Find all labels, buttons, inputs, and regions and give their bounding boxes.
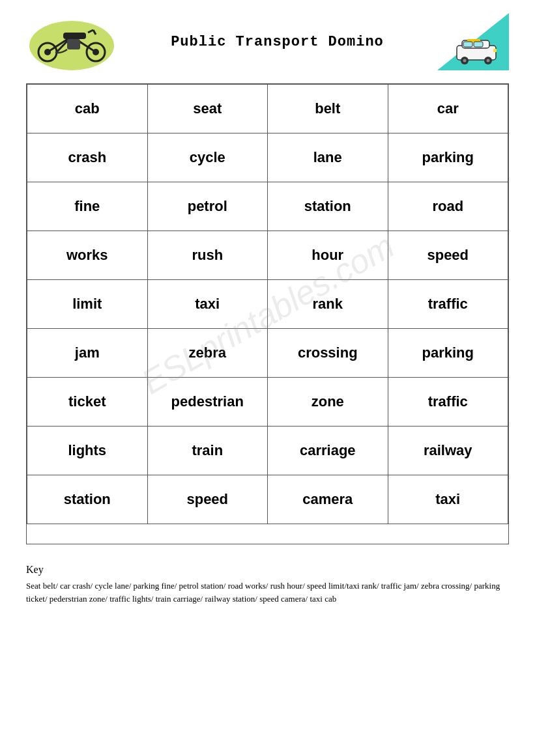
motorcycle-image [26,13,117,70]
domino-table-container: ESLprintables.com cabseatbeltcarcrashcyc… [26,83,509,544]
table-cell: pedestrian [147,378,268,427]
table-cell: carriage [268,427,388,475]
table-row: lightstraincarriagerailway [27,427,508,475]
table-row: crashcyclelaneparking [27,133,508,182]
page-title: Public Transport Domino [117,34,437,50]
table-cell: lights [27,427,148,475]
domino-table: cabseatbeltcarcrashcyclelaneparkingfinep… [27,84,508,524]
table-cell: cycle [147,133,268,182]
table-cell: traffic [388,378,508,427]
table-row: stationspeedcamerataxi [27,475,508,524]
table-cell: speed [147,475,268,524]
table-cell: rank [268,280,388,329]
table-cell: taxi [388,475,508,524]
table-cell: cab [27,85,148,133]
svg-rect-9 [63,33,86,39]
table-cell: camera [268,475,388,524]
table-row: worksrushhourspeed [27,231,508,280]
table-row: jamzebracrossingparking [27,329,508,378]
table-cell: jam [27,329,148,378]
table-row: cabseatbeltcar [27,85,508,133]
svg-point-20 [463,59,467,63]
key-title: Key [26,564,509,576]
table-cell: station [268,182,388,231]
table-cell: limit [27,280,148,329]
table-cell: hour [268,231,388,280]
table-cell: belt [268,85,388,133]
table-cell: crash [27,133,148,182]
table-cell: rush [147,231,268,280]
key-section: Key Seat belt/ car crash/ cycle lane/ pa… [26,564,509,605]
page-header: Public Transport Domino [26,13,509,70]
table-row: finepetrolstationroad [27,182,508,231]
table-cell: seat [147,85,268,133]
table-cell: zebra [147,329,268,378]
svg-rect-18 [474,42,483,47]
table-cell: ticket [27,378,148,427]
table-cell: works [27,231,148,280]
table-cell: traffic [388,280,508,329]
svg-rect-12 [67,39,80,49]
table-cell: lane [268,133,388,182]
table-cell: parking [388,133,508,182]
svg-rect-17 [463,42,472,47]
table-cell: station [27,475,148,524]
table-cell: zone [268,378,388,427]
table-cell: car [388,85,508,133]
table-cell: speed [388,231,508,280]
table-cell: road [388,182,508,231]
table-cell: railway [388,427,508,475]
table-cell: parking [388,329,508,378]
table-cell: taxi [147,280,268,329]
table-cell: crossing [268,329,388,378]
table-row: ticketpedestrianzonetraffic [27,378,508,427]
svg-point-22 [487,59,490,63]
table-cell: fine [27,182,148,231]
taxi-image [437,13,509,70]
table-cell: train [147,427,268,475]
key-text: Seat belt/ car crash/ cycle lane/ parkin… [26,580,509,605]
title-area: Public Transport Domino [117,34,437,50]
svg-rect-23 [493,49,497,52]
table-row: limittaxiranktraffic [27,280,508,329]
table-cell: petrol [147,182,268,231]
